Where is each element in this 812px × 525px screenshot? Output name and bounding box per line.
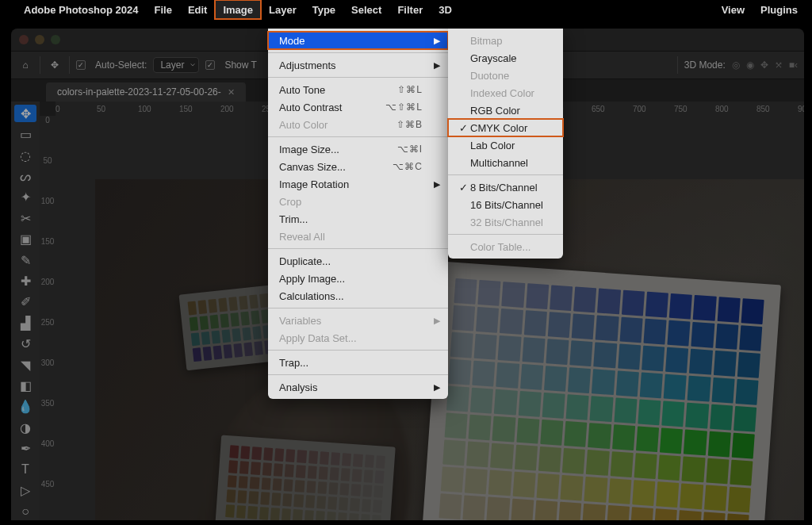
tool-brush[interactable]: ✐ xyxy=(14,293,36,311)
menu-item-calculations[interactable]: Calculations... xyxy=(268,287,448,305)
zoom-button[interactable] xyxy=(51,35,60,44)
mode-color-table: Color Table... xyxy=(448,238,563,255)
menu-edit[interactable]: Edit xyxy=(180,0,216,19)
menu-item-variables: Variables▶ xyxy=(268,312,448,329)
mode-16bit[interactable]: 16 Bits/Channel xyxy=(448,196,563,213)
orbit-icon[interactable]: ◎ xyxy=(732,59,740,71)
mode-8bit[interactable]: ✓8 Bits/Channel xyxy=(448,178,563,196)
menu-item-apply-image[interactable]: Apply Image... xyxy=(268,270,448,287)
tool-heal[interactable]: ✚ xyxy=(14,272,36,289)
menu-3d[interactable]: 3D xyxy=(431,0,460,19)
menu-layer[interactable]: Layer xyxy=(261,0,304,19)
home-icon[interactable]: ⌂ xyxy=(17,58,33,72)
auto-select-label: Auto-Select: xyxy=(95,59,147,71)
mode-indexed: Indexed Color xyxy=(448,84,563,102)
slide-icon[interactable]: ⤧ xyxy=(775,59,783,71)
menu-item-reveal-all: Reveal All xyxy=(268,228,448,245)
mode-grayscale[interactable]: Grayscale xyxy=(448,49,563,67)
show-transform-label: Show T xyxy=(224,59,256,71)
menu-item-analysis[interactable]: Analysis▶ xyxy=(268,378,448,396)
close-button[interactable] xyxy=(19,35,29,44)
menu-item-auto-contrast[interactable]: Auto Contrast⌥⇧⌘L xyxy=(268,98,448,116)
tool-wand[interactable]: ✦ xyxy=(14,189,36,206)
tool-gradient[interactable]: ◧ xyxy=(14,377,36,394)
three-d-mode-icons[interactable]: ◎ ◉ ✥ ⤧ ■‹ xyxy=(732,59,798,71)
menu-item-duplicate[interactable]: Duplicate... xyxy=(268,252,448,270)
mode-bitmap: Bitmap xyxy=(448,32,563,49)
tools-panel: ✥ ▭ ◌ ᔕ ✦ ✂ ▣ ✎ ✚ ✐ ▟ ↺ ◥ ◧ 💧 ◑ ✒ T ▷ ○ xyxy=(11,102,40,520)
menu-item-canvas-size[interactable]: Canvas Size...⌥⌘C xyxy=(268,158,448,175)
tool-move[interactable]: ✥ xyxy=(14,105,36,122)
menu-file[interactable]: File xyxy=(146,0,179,19)
document-tab[interactable]: colors-in-palette-2023-11-27-05-00-26- ✕ xyxy=(46,82,246,102)
menu-select[interactable]: Select xyxy=(343,0,389,19)
show-transform-checkbox[interactable]: ✓ xyxy=(205,60,215,70)
minimize-button[interactable] xyxy=(35,35,44,44)
mode-submenu: Bitmap Grayscale Duotone Indexed Color R… xyxy=(448,29,563,259)
pan-icon[interactable]: ✥ xyxy=(760,59,768,71)
tool-history[interactable]: ↺ xyxy=(14,335,36,352)
menu-item-crop: Crop xyxy=(268,193,448,210)
menu-item-auto-color: Auto Color⇧⌘B xyxy=(268,116,448,133)
menu-view[interactable]: View xyxy=(714,0,753,19)
move-tool-icon[interactable]: ✥ xyxy=(47,58,63,72)
mode-lab[interactable]: Lab Color xyxy=(448,136,563,154)
tool-lasso[interactable]: ᔕ xyxy=(14,167,36,185)
roll-icon[interactable]: ◉ xyxy=(746,59,754,71)
auto-select-dropdown[interactable]: Layer xyxy=(153,57,199,73)
tool-type[interactable]: T xyxy=(14,461,36,478)
image-menu-dropdown: Mode▶ Adjustments▶ Auto Tone⇧⌘L Auto Con… xyxy=(268,29,448,399)
three-d-mode-label: 3D Mode: xyxy=(684,59,726,71)
tool-blur[interactable]: 💧 xyxy=(14,398,36,416)
menu-item-apply-data-set: Apply Data Set... xyxy=(268,329,448,347)
mode-rgb[interactable]: RGB Color xyxy=(448,102,563,119)
tool-frame[interactable]: ▣ xyxy=(14,230,36,247)
camera-icon[interactable]: ■‹ xyxy=(789,59,798,71)
menu-filter[interactable]: Filter xyxy=(389,0,431,19)
menu-item-trim[interactable]: Trim... xyxy=(268,210,448,228)
menu-item-auto-tone[interactable]: Auto Tone⇧⌘L xyxy=(268,81,448,98)
tool-crop[interactable]: ✂ xyxy=(14,209,36,227)
tool-stamp[interactable]: ▟ xyxy=(14,314,36,331)
tool-eyedropper[interactable]: ✎ xyxy=(14,251,36,269)
menu-item-image-size[interactable]: Image Size...⌥⌘I xyxy=(268,140,448,158)
app-name[interactable]: Adobe Photoshop 2024 xyxy=(16,0,146,19)
tool-dodge[interactable]: ◑ xyxy=(14,419,36,436)
ruler-vertical[interactable]: 050100150200250300350400450 xyxy=(40,116,56,520)
menu-item-mode[interactable]: Mode▶ xyxy=(268,32,448,49)
mode-duotone: Duotone xyxy=(448,67,563,84)
auto-select-checkbox[interactable]: ✓ xyxy=(76,60,86,70)
macos-menubar: Adobe Photoshop 2024 File Edit Image Lay… xyxy=(0,0,812,19)
menu-image[interactable]: Image xyxy=(215,0,261,19)
document-tab-label: colors-in-palette-2023-11-27-05-00-26- xyxy=(57,86,221,98)
menu-item-adjustments[interactable]: Adjustments▶ xyxy=(268,56,448,74)
menu-item-image-rotation[interactable]: Image Rotation▶ xyxy=(268,175,448,193)
tool-marquee[interactable]: ◌ xyxy=(14,147,36,164)
tool-shape[interactable]: ○ xyxy=(14,503,36,520)
menu-type[interactable]: Type xyxy=(304,0,343,19)
tool-pen[interactable]: ✒ xyxy=(14,440,36,458)
tool-artboard[interactable]: ▭ xyxy=(14,125,36,143)
close-tab-icon[interactable]: ✕ xyxy=(228,87,235,98)
mode-32bit: 32 Bits/Channel xyxy=(448,213,563,231)
menu-item-trap[interactable]: Trap... xyxy=(268,354,448,371)
tool-eraser[interactable]: ◥ xyxy=(14,356,36,374)
mode-multichannel[interactable]: Multichannel xyxy=(448,154,563,171)
mode-cmyk[interactable]: ✓CMYK Color xyxy=(448,119,563,136)
menu-plugins[interactable]: Plugins xyxy=(753,0,806,19)
tool-path[interactable]: ▷ xyxy=(14,481,36,499)
